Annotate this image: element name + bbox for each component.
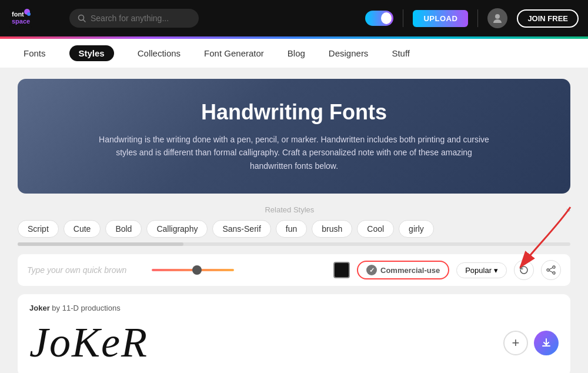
- font-preview-text: JoKeR: [29, 318, 148, 367]
- search-icon: [78, 14, 86, 22]
- topbar: font space UPLOAD JOIN FREE: [0, 0, 588, 36]
- svg-point-10: [553, 272, 555, 274]
- logo[interactable]: font space: [9, 7, 62, 29]
- svg-point-8: [553, 266, 555, 268]
- tag-cute[interactable]: Cute: [64, 220, 101, 238]
- share-icon: [546, 265, 556, 275]
- join-button[interactable]: JOIN FREE: [517, 9, 579, 28]
- subnav-item-fonts[interactable]: Fonts: [24, 46, 46, 61]
- tags-scrollbar[interactable]: [18, 242, 570, 246]
- download-icon: [540, 337, 552, 349]
- hero-description: Handwriting is the writing done with a p…: [94, 133, 494, 172]
- hero-banner: Handwriting Fonts Handwriting is the wri…: [18, 79, 570, 194]
- hero-title: Handwriting Fonts: [53, 100, 535, 125]
- popular-label: Popular: [465, 266, 492, 275]
- popular-dropdown[interactable]: Popular ▾: [456, 262, 507, 278]
- subnav-item-styles[interactable]: Styles: [69, 45, 114, 61]
- more-styles-icon[interactable]: »: [566, 205, 570, 214]
- divider2: [477, 9, 478, 27]
- font-preview: JoKeR +: [29, 318, 559, 367]
- subnav-item-collections[interactable]: Collections: [138, 46, 181, 61]
- topbar-right: UPLOAD JOIN FREE: [365, 8, 579, 28]
- svg-text:space: space: [12, 18, 30, 25]
- related-label: Related Styles »: [18, 205, 570, 214]
- tag-script[interactable]: Script: [18, 220, 59, 238]
- size-slider-wrap: [152, 269, 326, 271]
- size-slider[interactable]: [152, 269, 234, 271]
- tag-cool[interactable]: Cool: [357, 220, 394, 238]
- subnav-item-blog[interactable]: Blog: [288, 46, 305, 61]
- tag-girly[interactable]: girly: [399, 220, 434, 238]
- tags-row: Script Cute Bold Calligraphy Sans-Serif …: [18, 220, 570, 238]
- toggle-knob: [381, 12, 392, 24]
- color-swatch[interactable]: [333, 262, 350, 278]
- tag-calligraphy[interactable]: Calligraphy: [146, 220, 208, 238]
- search-input[interactable]: [91, 14, 191, 23]
- tag-bold[interactable]: Bold: [105, 220, 142, 238]
- divider: [403, 9, 403, 27]
- commercial-label: Commercial-use: [380, 266, 440, 275]
- tag-brush[interactable]: brush: [312, 220, 352, 238]
- svg-line-12: [549, 271, 553, 272]
- download-button[interactable]: [534, 331, 559, 355]
- subnav-item-designers[interactable]: Designers: [329, 46, 369, 61]
- subnav-item-stuff[interactable]: Stuff: [392, 46, 410, 61]
- dropdown-arrow-icon: ▾: [494, 266, 498, 275]
- svg-point-9: [547, 269, 549, 271]
- preview-text-input-label[interactable]: Type your own quick brown: [27, 265, 145, 275]
- font-card-header: Joker by 11-D productions: [29, 304, 559, 312]
- main-content: Handwriting Fonts Handwriting is the wri…: [0, 68, 588, 373]
- font-author[interactable]: 11-D productions: [62, 304, 121, 312]
- font-actions: +: [503, 331, 559, 355]
- svg-text:font: font: [12, 11, 24, 18]
- filter-bar: Type your own quick brown ✓ Commercial-u…: [18, 254, 570, 286]
- dark-mode-toggle[interactable]: [365, 11, 393, 26]
- svg-line-6: [83, 20, 86, 22]
- related-styles-section: Related Styles » Script Cute Bold Callig…: [18, 205, 570, 246]
- subnav: Fonts Styles Collections Font Generator …: [0, 39, 588, 68]
- logo-icon: font space: [9, 7, 32, 29]
- svg-point-7: [495, 14, 500, 19]
- svg-line-11: [549, 268, 553, 269]
- upload-button[interactable]: UPLOAD: [413, 10, 468, 27]
- refresh-icon: [519, 265, 529, 275]
- avatar[interactable]: [487, 8, 507, 28]
- size-slider-knob: [192, 265, 202, 275]
- user-icon: [492, 12, 503, 24]
- add-to-collection-button[interactable]: +: [503, 331, 528, 355]
- search-bar[interactable]: [69, 9, 199, 28]
- checkmark-icon: ✓: [366, 265, 377, 275]
- commercial-use-badge[interactable]: ✓ Commercial-use: [357, 261, 449, 279]
- refresh-button[interactable]: [514, 260, 534, 280]
- font-card-joker: Joker by 11-D productions JoKeR +: [18, 294, 570, 373]
- font-by: by: [52, 304, 60, 312]
- tags-scrollbar-fill: [18, 242, 183, 246]
- svg-point-4: [27, 12, 31, 16]
- font-name[interactable]: Joker: [29, 304, 50, 312]
- share-button[interactable]: [541, 260, 561, 280]
- tag-fun[interactable]: fun: [276, 220, 307, 238]
- subnav-item-fontgenerator[interactable]: Font Generator: [204, 46, 264, 61]
- tag-sans-serif[interactable]: Sans-Serif: [212, 220, 270, 238]
